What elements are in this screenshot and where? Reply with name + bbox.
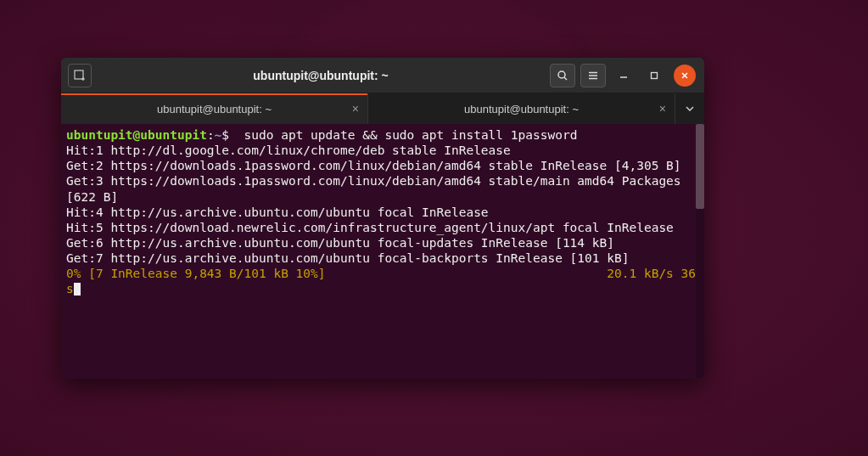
- output-line: Get:2 https://downloads.1password.com/li…: [66, 158, 699, 173]
- tab-label: ubuntupit@ubuntupit: ~: [157, 103, 272, 115]
- output-block: Hit:1 http://dl.google.com/linux/chrome/…: [66, 143, 699, 266]
- menu-button[interactable]: [580, 64, 606, 87]
- output-line: Get:6 http://us.archive.ubuntu.com/ubunt…: [66, 235, 699, 251]
- scrollbar-thumb[interactable]: [696, 124, 704, 209]
- window-titlebar: ubuntupit@ubuntupit: ~: [61, 58, 704, 93]
- tab-bar: ubuntupit@ubuntupit: ~ × ubuntupit@ubunt…: [61, 93, 704, 124]
- hamburger-icon: [587, 70, 599, 82]
- chevron-down-icon: [686, 106, 694, 111]
- prompt-user: ubuntupit@ubuntupit: [66, 128, 207, 142]
- window-title: ubuntupit@ubuntupit: ~: [253, 69, 388, 82]
- minimize-button[interactable]: [613, 65, 635, 87]
- search-icon: [557, 70, 568, 82]
- terminal-window: ubuntupit@ubuntupit: ~: [61, 58, 704, 379]
- new-tab-icon: [74, 70, 86, 82]
- svg-line-4: [564, 77, 567, 80]
- search-button[interactable]: [550, 64, 575, 87]
- tab-2[interactable]: ubuntupit@ubuntupit: ~ ×: [368, 93, 675, 124]
- output-line: Get:7 http://us.archive.ubuntu.com/ubunt…: [66, 251, 699, 266]
- tab-1[interactable]: ubuntupit@ubuntupit: ~ ×: [61, 93, 368, 124]
- scrollbar[interactable]: [696, 124, 704, 379]
- command-text: sudo apt update && sudo apt install 1pas…: [229, 128, 577, 142]
- new-tab-button[interactable]: [68, 64, 92, 87]
- progress-left: 0% [7 InRelease 9,843 B/101 kB 10%]: [66, 267, 326, 280]
- svg-rect-0: [75, 70, 83, 79]
- output-line: Hit:5 https://download.newrelic.com/infr…: [66, 220, 699, 235]
- close-icon: [680, 71, 689, 80]
- tab-dropdown-button[interactable]: [675, 93, 704, 124]
- maximize-button[interactable]: [643, 65, 665, 87]
- close-button[interactable]: [674, 65, 696, 87]
- tab-close-button[interactable]: ×: [352, 102, 359, 115]
- tab-label: ubuntupit@ubuntupit: ~: [464, 103, 579, 115]
- progress-line: 0% [7 InRelease 9,843 B/101 kB 10%] 20.1…: [66, 266, 699, 296]
- prompt-line: ubuntupit@ubuntupit:~$ sudo apt update &…: [66, 127, 699, 143]
- maximize-icon: [650, 71, 658, 80]
- cursor: [74, 283, 81, 296]
- output-line: Get:3 https://downloads.1password.com/li…: [66, 173, 699, 204]
- tab-close-button[interactable]: ×: [659, 102, 666, 115]
- output-line: Hit:1 http://dl.google.com/linux/chrome/…: [66, 143, 699, 158]
- svg-point-3: [558, 71, 565, 78]
- svg-rect-9: [652, 72, 658, 78]
- prompt-symbol: $: [221, 128, 229, 142]
- output-line: Hit:4 http://us.archive.ubuntu.com/ubunt…: [66, 205, 699, 220]
- minimize-icon: [619, 71, 628, 80]
- terminal-content[interactable]: ubuntupit@ubuntupit:~$ sudo apt update &…: [61, 124, 704, 379]
